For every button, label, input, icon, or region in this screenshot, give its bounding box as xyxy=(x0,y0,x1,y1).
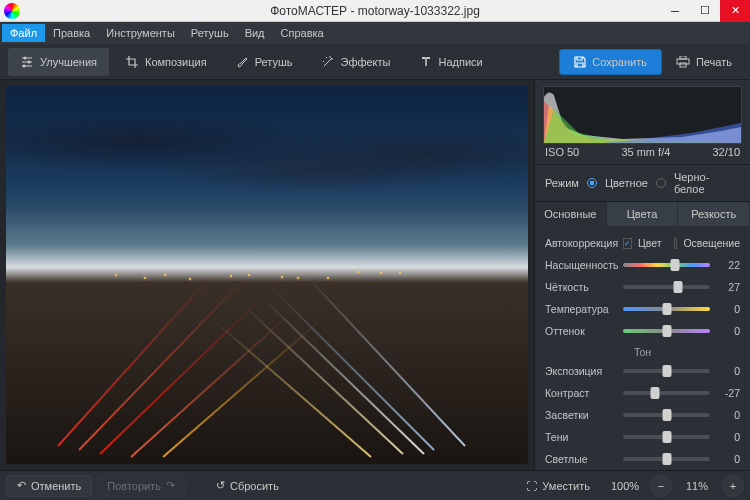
undo-button[interactable]: ↶ Отменить xyxy=(6,475,92,497)
slider-track[interactable] xyxy=(623,413,710,417)
fit-label: Уместить xyxy=(542,480,590,492)
slider-thumb[interactable] xyxy=(662,303,671,315)
slider-track[interactable] xyxy=(623,263,710,267)
slider-track[interactable] xyxy=(623,457,710,461)
auto-light-label: Освещение xyxy=(683,237,740,249)
save-button[interactable]: Сохранить xyxy=(559,49,662,75)
slider-label: Тени xyxy=(545,431,617,443)
menu-item-ретушь[interactable]: Ретушь xyxy=(183,24,237,42)
fit-icon: ⛶ xyxy=(526,480,537,492)
exif-focal: 35 mm f/4 xyxy=(621,146,670,158)
slider-thumb[interactable] xyxy=(673,281,682,293)
light-streak xyxy=(242,303,404,454)
slider-row-Засветки: Засветки0 xyxy=(545,404,740,426)
exif-row: ISO 50 35 mm f/4 32/10 xyxy=(535,146,750,164)
slider-row-Тени: Тени0 xyxy=(545,426,740,448)
canvas-area[interactable] xyxy=(0,80,534,470)
slider-thumb[interactable] xyxy=(662,365,671,377)
reset-button[interactable]: ↺ Сбросить xyxy=(206,475,289,497)
tool-tab-0[interactable]: Улучшения xyxy=(8,48,109,76)
slider-track[interactable] xyxy=(623,285,710,289)
mode-label: Режим xyxy=(545,177,579,189)
zoom-in-button[interactable]: + xyxy=(722,475,744,497)
redo-button[interactable]: Повторить ↷ xyxy=(96,475,186,497)
exif-ev: 32/10 xyxy=(712,146,740,158)
tool-tab-4[interactable]: Надписи xyxy=(407,48,495,76)
city-light xyxy=(399,272,401,274)
slider-track[interactable] xyxy=(623,369,710,373)
undo-label: Отменить xyxy=(31,480,81,492)
slider-thumb[interactable] xyxy=(662,431,671,443)
slider-thumb[interactable] xyxy=(662,453,671,465)
close-button[interactable]: ✕ xyxy=(720,0,750,22)
redo-label: Повторить xyxy=(107,480,161,492)
brush-icon xyxy=(235,55,249,69)
workarea: ISO 50 35 mm f/4 32/10 Режим Цветное Чер… xyxy=(0,80,750,470)
auto-label: Автокоррекция xyxy=(545,237,617,249)
slider-thumb[interactable] xyxy=(662,325,671,337)
light-streak xyxy=(57,271,216,447)
slider-value: 27 xyxy=(716,281,740,293)
tool-tab-1[interactable]: Композиция xyxy=(113,48,219,76)
print-button[interactable]: Печать xyxy=(666,49,742,75)
minimize-button[interactable]: ─ xyxy=(660,0,690,22)
city-light xyxy=(281,276,283,278)
checkbox-light[interactable] xyxy=(674,238,677,249)
toolbar: УлучшенияКомпозицияРетушьЭффектыНадписи … xyxy=(0,44,750,80)
slider-thumb[interactable] xyxy=(662,409,671,421)
save-label: Сохранить xyxy=(592,56,647,68)
mode-row: Режим Цветное Черно-белое xyxy=(535,164,750,202)
checkbox-color[interactable] xyxy=(623,238,632,249)
zoom-out-button[interactable]: − xyxy=(650,475,672,497)
slider-label: Температура xyxy=(545,303,617,315)
radio-color[interactable] xyxy=(587,178,597,188)
city-light xyxy=(327,277,329,279)
radio-bw[interactable] xyxy=(656,178,666,188)
prop-tab-2[interactable]: Резкость xyxy=(678,202,750,226)
city-light xyxy=(297,277,299,279)
tool-tab-3[interactable]: Эффекты xyxy=(309,48,403,76)
city-light xyxy=(164,274,166,276)
slider-thumb[interactable] xyxy=(671,259,680,271)
slider-row-Контраст: Контраст-27 xyxy=(545,382,740,404)
slider-track[interactable] xyxy=(623,435,710,439)
tool-tab-label: Надписи xyxy=(439,56,483,68)
property-tabs: ОсновныеЦветаРезкость xyxy=(535,202,750,226)
menu-item-вид[interactable]: Вид xyxy=(237,24,273,42)
slider-label: Засветки xyxy=(545,409,617,421)
light-streak xyxy=(213,320,372,458)
text-icon xyxy=(419,55,433,69)
slider-value: 0 xyxy=(716,431,740,443)
tool-tab-label: Улучшения xyxy=(40,56,97,68)
titlebar: ФотоМАСТЕР - motorway-1033322.jpg ─ ☐ ✕ xyxy=(0,0,750,22)
menu-item-справка[interactable]: Справка xyxy=(273,24,332,42)
tool-tab-2[interactable]: Ретушь xyxy=(223,48,305,76)
plus-icon: + xyxy=(730,480,736,492)
prop-tab-1[interactable]: Цвета xyxy=(607,202,679,226)
slider-value: 0 xyxy=(716,365,740,377)
auto-color-label: Цвет xyxy=(638,237,662,249)
menu-item-правка[interactable]: Правка xyxy=(45,24,98,42)
slider-track[interactable] xyxy=(623,391,710,395)
slider-track[interactable] xyxy=(623,329,710,333)
reset-label: Сбросить xyxy=(230,480,279,492)
prop-tab-0[interactable]: Основные xyxy=(535,202,607,226)
menubar: ФайлПравкаИнструментыРетушьВидСправка xyxy=(0,22,750,44)
tone-section-label: Тон xyxy=(545,342,740,360)
wand-icon xyxy=(321,55,335,69)
light-streak xyxy=(78,276,246,450)
slider-value: -27 xyxy=(716,387,740,399)
save-icon xyxy=(574,56,586,68)
tool-tab-label: Эффекты xyxy=(341,56,391,68)
undo-icon: ↶ xyxy=(17,479,26,492)
fit-button[interactable]: ⛶ Уместить xyxy=(516,475,600,497)
slider-label: Экспозиция xyxy=(545,365,617,377)
maximize-button[interactable]: ☐ xyxy=(690,0,720,22)
slider-track[interactable] xyxy=(623,307,710,311)
slider-thumb[interactable] xyxy=(651,387,660,399)
menu-item-файл[interactable]: Файл xyxy=(2,24,45,42)
slider-label: Насыщенность xyxy=(545,259,617,271)
autocorrection-row: Автокоррекция Цвет Освещение xyxy=(545,232,740,254)
slider-row-Чёткость: Чёткость27 xyxy=(545,276,740,298)
menu-item-инструменты[interactable]: Инструменты xyxy=(98,24,183,42)
